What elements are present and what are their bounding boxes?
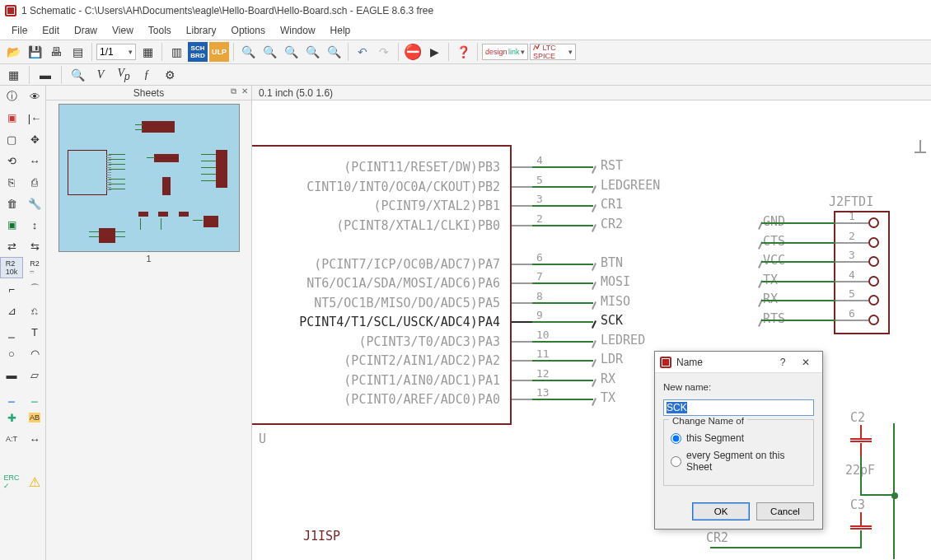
arc-tool-icon[interactable]: ◠ [23,343,46,364]
ftdi-wire[interactable] [761,222,835,224]
ftdi-body[interactable] [834,211,890,334]
sch-brd-icon[interactable]: SCHBRD [188,42,208,62]
menu-draw[interactable]: Draw [68,23,104,38]
undo-icon[interactable]: ↶ [353,42,372,62]
erc-tool-icon[interactable]: ERC✓ [0,471,23,492]
polygon-tool-icon[interactable]: ▱ [23,364,46,385]
net-wire[interactable] [532,186,593,188]
net-wire[interactable] [532,321,593,323]
gateswap-tool-icon[interactable]: ⇄ [0,236,23,257]
ulp-icon[interactable]: ULP [209,42,229,62]
ftdi-net-label[interactable]: CTS [763,234,785,249]
net-wire[interactable] [532,380,593,381]
replace-tool-icon[interactable]: ↕ [23,214,46,236]
info-tool-icon[interactable]: ⓘ [0,86,23,107]
sheet-thumbnail[interactable] [58,104,240,252]
net-tool-icon[interactable]: ⎯ [23,385,46,407]
c2-wire-down[interactable] [860,456,862,496]
menu-edit[interactable]: Edit [35,23,66,38]
tcross-icon[interactable]: 🔍 [68,66,87,84]
run-icon[interactable]: ▶ [424,42,444,62]
dialog-help-icon[interactable]: ? [771,357,794,368]
net-wire[interactable] [532,302,593,304]
ftdi-pad[interactable] [868,276,879,287]
paste-tool-icon[interactable]: ⎙ [23,171,46,193]
move-tool-icon[interactable]: ✥ [23,128,46,150]
ftdi-pad[interactable] [868,237,879,248]
select-tool-icon[interactable]: ▢ [0,128,23,150]
delete-tool-icon[interactable]: 🗑 [0,193,23,214]
menu-view[interactable]: View [105,23,140,38]
gear-icon[interactable]: ⚙ [160,66,180,84]
grid-toggle-icon[interactable]: ▦ [3,66,23,84]
dialog-close-icon[interactable]: ✕ [794,357,817,368]
attr-tool-icon[interactable]: A:T [0,428,23,450]
new-name-input-display[interactable]: SCK [663,399,814,416]
zoom-dropdown[interactable]: 1/1▾ [96,44,136,60]
save-icon[interactable]: 💾 [25,42,44,62]
net-wire[interactable] [532,264,593,265]
radio-this-segment[interactable]: this Segment [671,432,807,444]
ftdi-wire[interactable] [761,242,835,244]
net-wire[interactable] [532,225,593,226]
layers-icon[interactable]: ▬ [35,66,55,84]
net-wire[interactable] [532,166,593,168]
text-tool-icon[interactable]: T [23,321,46,343]
cancel-button[interactable]: Cancel [756,502,814,520]
zoom-redraw-icon[interactable]: 🔍 [324,42,344,62]
cr2-to-c3-wire[interactable] [832,547,862,548]
net-label[interactable]: TX [601,390,615,405]
ftdi-net-label[interactable]: RX [763,292,778,306]
c-join-wire[interactable] [860,494,895,496]
ftdi-net-label[interactable]: RTS [763,311,785,326]
net-label[interactable]: LDR [601,352,623,366]
mark-tool-icon[interactable]: |← [23,107,46,128]
errors-tool-icon[interactable]: ⚠ [23,471,46,492]
close-icon[interactable]: ✕ [241,86,248,96]
ftdi-pad[interactable] [868,295,879,306]
c-right-wire[interactable] [893,423,895,559]
net-wire[interactable] [532,360,593,362]
menu-help[interactable]: Help [324,23,358,38]
menu-tools[interactable]: Tools [142,23,178,38]
pin-icon[interactable]: ⧉ [231,86,236,96]
net-label[interactable]: LEDGREEN [601,178,660,193]
menu-file[interactable]: File [5,23,34,38]
menu-library[interactable]: Library [180,23,223,38]
ftdi-wire[interactable] [761,261,835,263]
ftdi-net-label[interactable]: VCC [763,253,785,268]
show-tool-icon[interactable]: 👁 [23,86,46,107]
layer-tool-icon[interactable]: ▣ [0,107,23,128]
ftdi-net-label[interactable]: GND [763,214,785,229]
design-link-dropdown[interactable]: designlink▾ [482,44,528,60]
bus-tool-icon[interactable]: ⎯ [0,385,23,407]
wire-tool-icon[interactable]: ⎯ [0,321,23,343]
label-tool-icon[interactable]: AB [23,407,46,428]
module-icon[interactable]: ▦ [138,42,157,62]
smash-tool-icon[interactable]: ⌐ [0,278,23,300]
ftdi-wire[interactable] [761,300,835,301]
change-tool-icon[interactable]: 🔧 [23,193,46,214]
func-icon[interactable]: ƒ [137,66,157,84]
pinswap-tool-icon[interactable]: ⇆ [23,236,46,257]
net-label[interactable]: MOSI [601,274,630,289]
c3-up-wire[interactable] [860,530,862,548]
canvas-area[interactable]: 0.1 inch (5.0 1.6) U (PCINT11/RESET/DW)P… [252,86,931,560]
menu-options[interactable]: Options [225,23,272,38]
stop-icon[interactable]: ⛔ [403,42,423,62]
circle-tool-icon[interactable]: ○ [0,343,23,364]
split-tool-icon[interactable]: ⊿ [0,300,23,321]
zoom-fit-icon[interactable]: 🔍 [281,42,301,62]
library-use-icon[interactable]: ▥ [166,42,186,62]
ftdi-pad[interactable] [868,256,879,267]
net-wire[interactable] [532,341,593,343]
net-label[interactable]: CR2 [601,217,623,231]
value-tool-icon[interactable]: R2⎓ [23,257,46,278]
net-wire[interactable] [532,282,593,284]
ftdi-net-label[interactable]: TX [763,273,778,287]
print-icon[interactable]: 🖶 [46,42,66,62]
rect-tool-icon[interactable]: ▬ [0,364,23,385]
ok-button[interactable]: OK [692,502,750,520]
menu-window[interactable]: Window [274,23,322,38]
ftdi-wire[interactable] [761,281,835,282]
